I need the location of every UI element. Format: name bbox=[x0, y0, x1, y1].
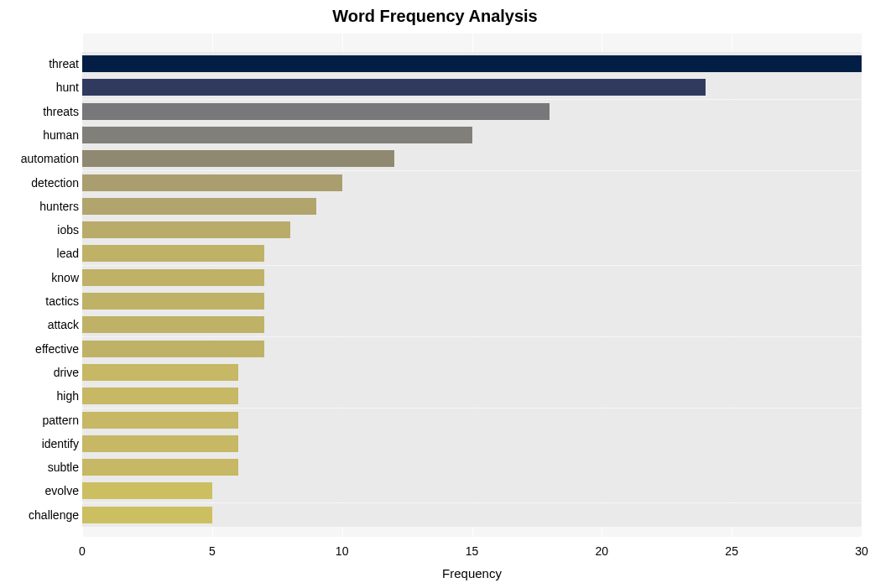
bar bbox=[82, 103, 550, 120]
bar bbox=[82, 388, 238, 404]
bar bbox=[82, 435, 238, 452]
bar-row bbox=[82, 123, 862, 147]
chart-title: Word Frequency Analysis bbox=[0, 7, 870, 26]
bar bbox=[82, 79, 706, 96]
bar-row bbox=[82, 361, 862, 384]
y-tick-label: know bbox=[51, 266, 79, 289]
bar bbox=[82, 198, 316, 215]
y-tick-label: subtle bbox=[48, 455, 79, 479]
y-tick-label: hunters bbox=[39, 195, 79, 218]
bar-row bbox=[82, 52, 862, 75]
bar bbox=[82, 293, 264, 310]
x-axis-label: Frequency bbox=[82, 566, 862, 580]
bar-row bbox=[82, 337, 862, 361]
y-tick-label: automation bbox=[21, 147, 79, 170]
bar bbox=[82, 507, 212, 523]
bar bbox=[82, 174, 342, 191]
x-tick-label: 30 bbox=[855, 544, 868, 558]
chart-container: Word Frequency Analysis 051015202530 Fre… bbox=[0, 0, 870, 588]
x-tick-label: 0 bbox=[79, 544, 86, 558]
y-tick-label: hunt bbox=[56, 75, 79, 99]
bar-row bbox=[82, 384, 862, 408]
y-tick-label: challenge bbox=[29, 503, 79, 527]
x-tick-label: 15 bbox=[466, 544, 479, 558]
bar bbox=[82, 269, 264, 286]
bar-row bbox=[82, 100, 862, 123]
bar bbox=[82, 364, 238, 381]
bar-row bbox=[82, 266, 862, 289]
bar-row bbox=[82, 171, 862, 195]
y-tick-label: drive bbox=[54, 361, 79, 384]
bar-row bbox=[82, 408, 862, 432]
bar-row bbox=[82, 479, 862, 502]
y-tick-label: threat bbox=[49, 52, 79, 75]
bar bbox=[82, 316, 264, 333]
bar bbox=[82, 150, 394, 167]
bar-row bbox=[82, 147, 862, 170]
bar bbox=[82, 245, 264, 262]
y-tick-label: evolve bbox=[45, 479, 79, 502]
y-tick-label: lead bbox=[57, 242, 79, 265]
gridline bbox=[862, 34, 862, 537]
y-tick-label: tactics bbox=[45, 289, 79, 313]
bar-row bbox=[82, 289, 862, 313]
bar bbox=[82, 412, 238, 429]
x-tick-label: 10 bbox=[336, 544, 349, 558]
y-tick-label: pattern bbox=[42, 408, 79, 432]
bar bbox=[82, 221, 290, 238]
y-tick-label: identify bbox=[42, 432, 79, 455]
bar bbox=[82, 482, 212, 499]
bar-row bbox=[82, 218, 862, 242]
bar bbox=[82, 127, 472, 143]
y-tick-label: attack bbox=[48, 313, 79, 336]
y-tick-label: high bbox=[57, 384, 79, 408]
x-tick-label: 20 bbox=[596, 544, 609, 558]
bar-row bbox=[82, 432, 862, 455]
y-tick-label: detection bbox=[31, 171, 79, 195]
bar-row bbox=[82, 503, 862, 527]
bar-row bbox=[82, 75, 862, 99]
x-tick-label: 25 bbox=[725, 544, 738, 558]
y-tick-label: human bbox=[43, 123, 79, 147]
y-tick-label: effective bbox=[35, 337, 79, 361]
bar bbox=[82, 55, 862, 72]
bar-row bbox=[82, 195, 862, 218]
bar bbox=[82, 341, 264, 357]
plot-area: 051015202530 Frequency bbox=[82, 34, 862, 554]
y-tick-label: iobs bbox=[57, 218, 79, 242]
x-tick-label: 5 bbox=[209, 544, 216, 558]
bar bbox=[82, 459, 238, 476]
bar-row bbox=[82, 313, 862, 336]
y-tick-label: threats bbox=[43, 100, 79, 123]
bar-row bbox=[82, 242, 862, 265]
bar-row bbox=[82, 455, 862, 479]
